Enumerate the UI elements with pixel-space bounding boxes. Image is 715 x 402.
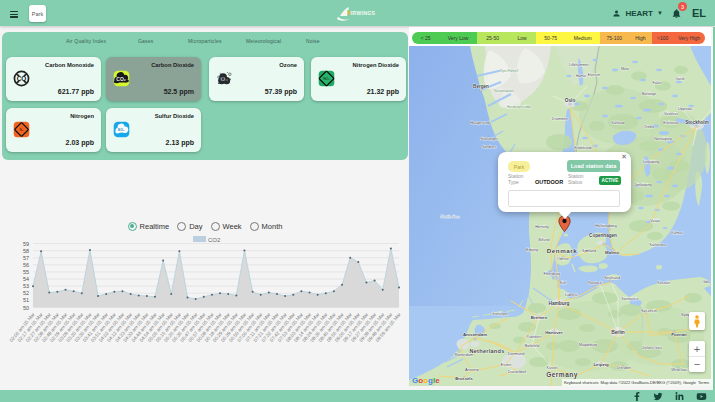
svg-text:54: 54	[23, 276, 29, 282]
svg-text:Denmark: Denmark	[547, 247, 578, 254]
svg-text:Falun: Falun	[653, 81, 662, 85]
svg-text:Hamburg: Hamburg	[548, 301, 569, 306]
svg-text:Karlskrona: Karlskrona	[649, 243, 666, 247]
svg-text:Esbjerg: Esbjerg	[526, 248, 538, 252]
svg-text:CO₂: CO₂	[116, 77, 126, 82]
svg-text:Groningen: Groningen	[492, 312, 509, 316]
svg-text:Billund: Billund	[539, 238, 550, 242]
svg-text:North Sea: North Sea	[441, 214, 461, 219]
svg-text:58: 58	[23, 248, 29, 254]
svg-text:Drammen: Drammen	[552, 117, 568, 121]
svg-text:Nasjonalpark: Nasjonalpark	[494, 89, 514, 93]
svg-text:Bergen: Bergen	[473, 84, 489, 89]
svg-text:Hamar: Hamar	[576, 74, 587, 78]
svg-text:Växjö: Växjö	[650, 219, 660, 223]
svg-text:Stockholm: Stockholm	[685, 120, 708, 125]
svg-text:53: 53	[23, 283, 29, 289]
svg-text:Helsingborg: Helsingborg	[595, 223, 616, 228]
svg-text:Kassel: Kassel	[547, 366, 558, 370]
svg-text:Borlänge: Borlänge	[642, 92, 656, 96]
svg-text:Magdeburg: Magdeburg	[579, 343, 597, 347]
svg-text:Copenhagen: Copenhagen	[589, 233, 617, 238]
svg-text:59: 59	[23, 241, 29, 247]
svg-text:N₂: N₂	[19, 128, 24, 132]
svg-text:Tyin-Filefjell: Tyin-Filefjell	[500, 69, 518, 73]
svg-text:Paderborn: Paderborn	[527, 335, 542, 339]
svg-text:Hanover: Hanover	[545, 330, 563, 335]
svg-text:Eskilstuna: Eskilstuna	[663, 121, 679, 125]
svg-text:Kalmar: Kalmar	[671, 231, 683, 235]
svg-text:Düsseldorf: Düsseldorf	[508, 370, 527, 374]
svg-text:Mora: Mora	[621, 67, 629, 71]
svg-text:Gävle: Gävle	[675, 77, 684, 81]
svg-text:Västerås: Västerås	[664, 112, 678, 116]
svg-text:Stralsund: Stralsund	[604, 276, 620, 280]
svg-text:Fredrikstad: Fredrikstad	[575, 146, 592, 150]
svg-text:Linköping: Linköping	[643, 160, 659, 164]
svg-text:Berlin: Berlin	[611, 330, 625, 335]
svg-text:Gda: Gda	[702, 280, 710, 284]
svg-text:Germany: Germany	[546, 371, 578, 379]
svg-text:51: 51	[23, 297, 29, 303]
svg-text:O₃: O₃	[220, 76, 228, 82]
svg-text:NO₂: NO₂	[323, 77, 330, 81]
svg-text:Dortmund: Dortmund	[508, 352, 525, 356]
svg-text:CO2: CO2	[208, 237, 221, 243]
svg-text:CO: CO	[17, 75, 27, 82]
svg-text:Oslo: Oslo	[565, 98, 576, 103]
svg-text:Świnoujście: Świnoujście	[622, 296, 639, 301]
svg-text:Odense: Odense	[557, 257, 569, 261]
svg-text:Wroclaw: Wroclaw	[671, 367, 686, 372]
svg-text:Elverum: Elverum	[588, 73, 601, 77]
svg-text:Sandnes: Sandnes	[482, 145, 496, 149]
svg-text:Essen: Essen	[501, 363, 512, 367]
svg-text:57: 57	[23, 255, 29, 261]
svg-text:Malmö: Malmö	[605, 250, 619, 255]
svg-text:Rostock: Rostock	[588, 281, 602, 285]
svg-text:Szczecin: Szczecin	[641, 308, 657, 313]
svg-text:Karlstad: Karlstad	[611, 121, 624, 125]
svg-text:Hardangervidda: Hardangervidda	[507, 105, 531, 109]
svg-text:Örebro: Örebro	[643, 125, 654, 129]
svg-text:Uppsala: Uppsala	[678, 107, 693, 111]
svg-text:Rotterdam: Rotterdam	[455, 352, 474, 357]
svg-text:Zielona Góra: Zielona Góra	[642, 346, 662, 350]
svg-text:52: 52	[23, 290, 29, 296]
svg-text:Amsterdam: Amsterdam	[463, 332, 487, 337]
svg-text:Sjælland: Sjælland	[582, 249, 596, 253]
svg-text:Leipzig: Leipzig	[593, 362, 608, 367]
svg-text:Antwerp: Antwerp	[465, 368, 479, 372]
svg-text:IRWINGS: IRWINGS	[351, 10, 376, 16]
svg-text:55: 55	[23, 269, 29, 275]
svg-text:Norrköping: Norrköping	[654, 137, 672, 141]
svg-text:Lübeck: Lübeck	[565, 293, 577, 297]
svg-text:Stavanger: Stavanger	[480, 137, 498, 141]
svg-text:Bielefeld: Bielefeld	[525, 344, 540, 348]
svg-text:Koszalin: Koszalin	[658, 281, 671, 285]
svg-text:Lillehammer: Lillehammer	[569, 63, 589, 67]
svg-text:50: 50	[23, 305, 29, 311]
svg-text:Brussels: Brussels	[455, 376, 473, 381]
svg-text:Herning: Herning	[535, 225, 548, 229]
svg-text:Flensburg: Flensburg	[544, 272, 561, 276]
svg-text:56: 56	[23, 262, 29, 268]
svg-text:Jönköping: Jönköping	[634, 183, 651, 187]
svg-text:Poznan: Poznan	[671, 332, 687, 337]
svg-text:Kiel: Kiel	[560, 281, 566, 285]
svg-text:Haugesund: Haugesund	[470, 121, 489, 125]
svg-text:Bremen: Bremen	[531, 315, 548, 320]
svg-text:Dresden: Dresden	[617, 366, 631, 370]
svg-text:SO₂: SO₂	[118, 128, 125, 132]
svg-text:Netherlands: Netherlands	[469, 348, 504, 354]
